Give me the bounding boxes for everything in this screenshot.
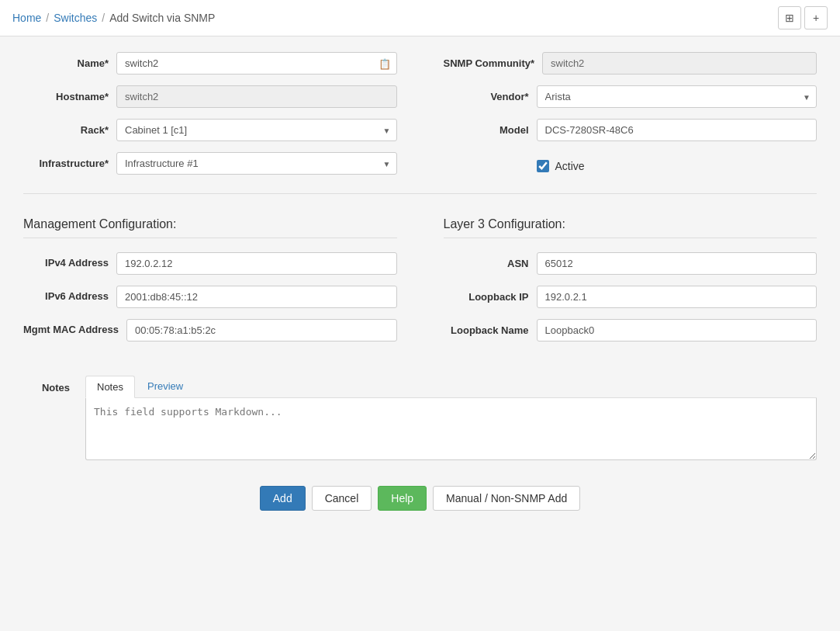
ipv6-group: IPv6 Address bbox=[23, 286, 397, 308]
mac-label: Mgmt MAC Address bbox=[23, 319, 119, 337]
vendor-label: Vendor* bbox=[444, 91, 529, 102]
notes-inner: Notes Preview bbox=[85, 376, 817, 463]
breadcrumb-current: Add Switch via SNMP bbox=[109, 12, 215, 24]
grid-view-button[interactable]: ⊞ bbox=[778, 6, 801, 29]
cancel-button[interactable]: Cancel bbox=[312, 486, 372, 511]
loopback-ip-label: Loopback IP bbox=[444, 291, 529, 303]
rack-select[interactable]: Cabinet 1 [c1] bbox=[116, 119, 397, 141]
add-button[interactable]: Add bbox=[260, 486, 306, 511]
add-icon-button[interactable]: + bbox=[804, 6, 828, 29]
model-group: Model bbox=[444, 119, 818, 141]
snmp-community-field-wrap bbox=[542, 52, 817, 75]
hostname-label: Hostname* bbox=[23, 91, 109, 102]
infrastructure-label: Infrastructure* bbox=[23, 158, 109, 169]
breadcrumb-sep-1: / bbox=[46, 12, 49, 24]
layer3-title: Layer 3 Configuration: bbox=[444, 217, 818, 238]
layer3-section: Layer 3 Configuration: ASN Loopback IP L… bbox=[444, 202, 818, 352]
sections-layout: Management Configuration: IPv4 Address I… bbox=[23, 193, 817, 352]
breadcrumb: Home / Switches / Add Switch via SNMP bbox=[12, 12, 215, 24]
notes-tabs: Notes Preview bbox=[85, 376, 817, 398]
name-group: Name* 📋 bbox=[23, 52, 397, 75]
ipv6-label: IPv6 Address bbox=[23, 290, 109, 303]
name-input[interactable] bbox=[116, 52, 397, 75]
rack-label: Rack* bbox=[23, 124, 109, 136]
grid-icon: ⊞ bbox=[785, 12, 794, 24]
button-row: Add Cancel Help Manual / Non-SNMP Add bbox=[23, 486, 817, 511]
snmp-community-label: SNMP Community* bbox=[444, 57, 535, 69]
loopback-ip-field-wrap bbox=[537, 286, 818, 308]
active-field-wrap: Active bbox=[537, 160, 818, 172]
asn-label: ASN bbox=[444, 258, 529, 269]
loopback-ip-input[interactable] bbox=[537, 286, 818, 308]
help-button[interactable]: Help bbox=[378, 486, 427, 511]
model-field-wrap bbox=[537, 119, 818, 141]
breadcrumb-switches[interactable]: Switches bbox=[54, 12, 97, 24]
ipv4-input[interactable] bbox=[116, 252, 397, 275]
notes-section: Notes Notes Preview bbox=[23, 376, 817, 463]
notes-label: Notes bbox=[23, 376, 70, 394]
notes-outer: Notes Notes Preview bbox=[23, 376, 817, 463]
loopback-name-field-wrap bbox=[537, 319, 818, 342]
breadcrumb-sep-2: / bbox=[102, 12, 105, 24]
active-checkbox[interactable] bbox=[537, 160, 549, 172]
model-label: Model bbox=[444, 124, 529, 136]
infrastructure-group: Infrastructure* Infrastructure #1 bbox=[23, 152, 397, 175]
loopback-name-input[interactable] bbox=[537, 319, 818, 342]
hostname-input bbox=[116, 85, 397, 108]
ipv4-field-wrap bbox=[116, 252, 397, 275]
top-bar-icons: ⊞ + bbox=[778, 6, 828, 29]
notes-textarea[interactable] bbox=[85, 398, 817, 460]
main-content: Name* 📋 Hostname* Rack* Cabinet 1 [c1] bbox=[0, 36, 840, 526]
form-left: Name* 📋 Hostname* Rack* Cabinet 1 [c1] bbox=[23, 52, 397, 185]
tab-notes[interactable]: Notes bbox=[85, 376, 135, 398]
vendor-field-wrap: Arista bbox=[537, 85, 818, 108]
ipv6-input[interactable] bbox=[116, 286, 397, 308]
hostname-group: Hostname* bbox=[23, 85, 397, 108]
top-form-layout: Name* 📋 Hostname* Rack* Cabinet 1 [c1] bbox=[23, 52, 817, 185]
mac-field-wrap bbox=[126, 319, 396, 342]
top-bar: Home / Switches / Add Switch via SNMP ⊞ … bbox=[0, 0, 840, 36]
rack-group: Rack* Cabinet 1 [c1] bbox=[23, 119, 397, 141]
loopback-name-group: Loopback Name bbox=[444, 319, 818, 342]
vendor-group: Vendor* Arista bbox=[444, 85, 818, 108]
breadcrumb-home[interactable]: Home bbox=[12, 12, 41, 24]
clipboard-icon: 📋 bbox=[379, 57, 391, 69]
ipv4-label: IPv4 Address bbox=[23, 257, 109, 270]
hostname-field-wrap bbox=[116, 85, 397, 108]
snmp-community-input bbox=[542, 52, 817, 75]
mgmt-section: Management Configuration: IPv4 Address I… bbox=[23, 202, 397, 352]
mac-input[interactable] bbox=[126, 319, 396, 342]
loopback-name-label: Loopback Name bbox=[444, 324, 529, 336]
snmp-community-group: SNMP Community* bbox=[444, 52, 818, 75]
name-label: Name* bbox=[23, 57, 109, 69]
mgmt-title: Management Configuration: bbox=[23, 217, 397, 238]
loopback-ip-group: Loopback IP bbox=[444, 286, 818, 308]
asn-input[interactable] bbox=[537, 252, 818, 275]
asn-field-wrap bbox=[537, 252, 818, 275]
name-field-wrap: 📋 bbox=[116, 52, 397, 75]
vendor-select[interactable]: Arista bbox=[537, 85, 818, 108]
mac-group: Mgmt MAC Address bbox=[23, 319, 397, 342]
infrastructure-select[interactable]: Infrastructure #1 bbox=[116, 152, 397, 175]
active-label: Active bbox=[555, 160, 585, 172]
ipv6-field-wrap bbox=[116, 286, 397, 308]
active-group: Active bbox=[444, 152, 818, 172]
rack-field-wrap: Cabinet 1 [c1] bbox=[116, 119, 397, 141]
plus-icon: + bbox=[813, 12, 819, 24]
tab-preview[interactable]: Preview bbox=[137, 376, 194, 397]
ipv4-group: IPv4 Address bbox=[23, 252, 397, 275]
model-input[interactable] bbox=[537, 119, 818, 141]
form-right: SNMP Community* Vendor* Arista Model bbox=[444, 52, 818, 185]
asn-group: ASN bbox=[444, 252, 818, 275]
infrastructure-field-wrap: Infrastructure #1 bbox=[116, 152, 397, 175]
manual-add-button[interactable]: Manual / Non-SNMP Add bbox=[433, 486, 580, 511]
